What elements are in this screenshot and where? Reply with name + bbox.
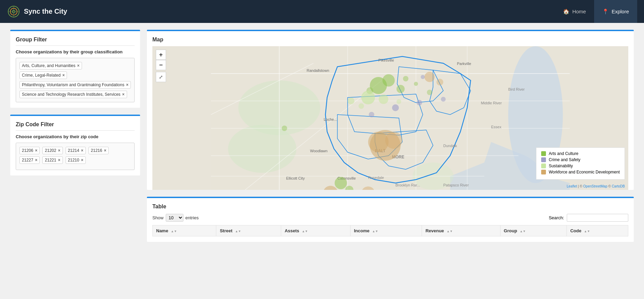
svg-text:Patapsco River: Patapsco River <box>443 183 469 187</box>
tag-21210-close[interactable]: × <box>81 158 83 162</box>
svg-text:Bird River: Bird River <box>508 87 525 91</box>
nav-explore[interactable]: 📍 Explore <box>594 0 637 23</box>
tag-21214-label: 21214 <box>68 148 79 153</box>
group-filter-card: Group Filter Choose organizations by the… <box>10 30 140 108</box>
svg-point-58 <box>397 99 401 104</box>
logo-icon <box>7 5 20 18</box>
sort-revenue-icon: ▲▼ <box>447 230 453 233</box>
col-street-label: Street <box>220 228 232 233</box>
entries-label: entries <box>186 215 199 220</box>
reset-view-button[interactable]: ⤢ <box>156 72 166 82</box>
svg-point-57 <box>359 103 364 109</box>
col-group-label: Group <box>504 228 517 233</box>
tag-21206-close[interactable]: × <box>35 148 37 153</box>
map-controls: + − ⤢ <box>156 50 166 82</box>
legend-sustainability: Sustainability <box>541 164 620 168</box>
tag-philanthropy[interactable]: Philanthropy, Voluntarism and Grantmakin… <box>19 81 131 89</box>
svg-point-55 <box>379 94 388 104</box>
svg-point-45 <box>427 90 433 95</box>
app-title: Sync the City <box>24 8 67 15</box>
col-name-label: Name <box>156 228 168 233</box>
tag-21214[interactable]: 21214 × <box>66 147 86 154</box>
tag-21210[interactable]: 21210 × <box>66 156 86 164</box>
tag-arts[interactable]: Arts, Culture, and Humanities × <box>19 62 82 69</box>
col-street[interactable]: Street ▲▼ <box>216 225 281 236</box>
table-section: Table Show 10 25 50 100 entries Search: <box>147 197 634 242</box>
sort-assets-icon: ▲▼ <box>302 230 308 233</box>
map-title: Map <box>152 37 628 43</box>
svg-text:Dundalk: Dundalk <box>443 144 457 148</box>
tag-arts-label: Arts, Culture, and Humanities <box>22 63 76 68</box>
svg-text:Rosedale: Rosedale <box>368 176 384 180</box>
search-label: Search: <box>549 215 564 220</box>
tag-arts-close[interactable]: × <box>77 63 80 68</box>
tag-crime[interactable]: Crime, Legal-Related × <box>19 72 67 79</box>
tag-21210-label: 21210 <box>68 158 79 162</box>
leaflet-link[interactable]: Leaflet <box>567 184 577 188</box>
legend-workforce: Workforce and Economic Development <box>541 170 620 174</box>
tag-21216[interactable]: 21216 × <box>88 147 109 154</box>
tag-science[interactable]: Science and Technology Research Institut… <box>19 91 127 98</box>
tag-21227-close[interactable]: × <box>35 158 37 162</box>
col-income[interactable]: Income ▲▼ <box>350 225 422 236</box>
svg-text:Woodlawn: Woodlawn <box>310 149 328 153</box>
svg-point-48 <box>282 126 287 131</box>
nav-explore-label: Explore <box>612 9 629 14</box>
tag-21221-label: 21221 <box>45 158 56 162</box>
col-income-label: Income <box>354 228 370 233</box>
zoom-out-button[interactable]: − <box>156 60 166 70</box>
tag-21202-close[interactable]: × <box>58 148 60 153</box>
col-code[interactable]: Code ▲▼ <box>567 225 628 236</box>
col-group[interactable]: Group ▲▼ <box>500 225 567 236</box>
legend-crime-color <box>541 157 546 162</box>
tag-21221[interactable]: 21221 × <box>42 156 63 164</box>
legend-arts: Arts and Culture <box>541 151 620 156</box>
zip-filter-card: Zip Code Filter Choose organizations by … <box>10 115 140 176</box>
tag-21214-close[interactable]: × <box>81 148 83 153</box>
svg-point-66 <box>425 72 435 82</box>
logo-area: Sync the City <box>7 5 555 18</box>
svg-text:Ellicott City: Ellicott City <box>286 176 305 180</box>
map-container[interactable]: Randallstown Pikesville Parkville Middle… <box>152 46 628 190</box>
svg-text:Middle River: Middle River <box>481 101 502 105</box>
svg-point-44 <box>414 82 418 86</box>
group-filter-subtitle: Choose organizations by their group clas… <box>16 49 135 54</box>
show-label: Show <box>152 215 164 220</box>
tag-21227[interactable]: 21227 × <box>19 156 40 164</box>
search-input[interactable] <box>567 214 628 222</box>
svg-point-41 <box>397 85 405 93</box>
tag-philanthropy-close[interactable]: × <box>126 82 128 87</box>
svg-point-49 <box>392 104 399 111</box>
col-revenue[interactable]: Revenue ▲▼ <box>422 225 500 236</box>
col-assets-label: Assets <box>285 228 299 233</box>
zoom-in-button[interactable]: + <box>156 50 166 60</box>
tag-21202[interactable]: 21202 × <box>42 147 63 154</box>
svg-text:Brooklyn Rar...: Brooklyn Rar... <box>396 183 420 187</box>
tag-crime-close[interactable]: × <box>62 73 65 78</box>
legend-crime: Crime and Safety <box>541 157 620 162</box>
show-entries: Show 10 25 50 100 entries <box>152 214 199 222</box>
legend-arts-color <box>541 151 546 156</box>
legend-sustainability-color <box>541 164 546 168</box>
tag-21216-label: 21216 <box>91 148 102 153</box>
cartodb-link[interactable]: CartoDB <box>612 184 625 188</box>
tag-21221-close[interactable]: × <box>58 158 60 162</box>
nav-bar: 🏠 Home 📍 Explore <box>555 0 637 23</box>
tag-21206[interactable]: 21206 × <box>19 147 40 154</box>
map-section: Map <box>147 30 634 190</box>
nav-home[interactable]: 🏠 Home <box>555 0 594 23</box>
col-assets[interactable]: Assets ▲▼ <box>281 225 351 236</box>
entries-select[interactable]: 10 25 50 100 <box>166 214 183 222</box>
tag-21216-close[interactable]: × <box>104 148 106 153</box>
table-header-row: Name ▲▼ Street ▲▼ Assets ▲▼ Income <box>153 225 628 236</box>
svg-point-67 <box>437 79 443 86</box>
legend-workforce-label: Workforce and Economic Development <box>549 170 620 174</box>
svg-point-52 <box>421 75 425 79</box>
osm-link[interactable]: OpenStreetMap <box>583 184 607 188</box>
group-filter-title: Group Filter <box>16 37 135 46</box>
tag-science-close[interactable]: × <box>122 92 125 97</box>
col-name[interactable]: Name ▲▼ <box>153 225 216 236</box>
svg-point-51 <box>441 97 446 102</box>
svg-text:Randallstown: Randallstown <box>307 68 329 73</box>
zip-filter-title: Zip Code Filter <box>16 121 135 131</box>
